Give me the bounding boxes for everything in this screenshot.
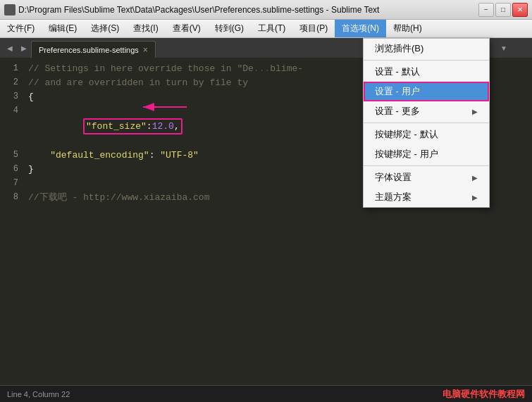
line-number-2: 2	[0, 76, 25, 89]
menu-settings-user[interactable]: 设置 - 用户	[364, 82, 489, 101]
menu-help[interactable]: 帮助(H)	[386, 20, 429, 37]
separator-2	[364, 123, 489, 123]
arrow-annotation	[137, 99, 194, 120]
line-number-1: 1	[0, 62, 25, 75]
menu-bar: 文件(F) 编辑(E) 选择(S) 查找(I) 查看(V) 转到(G) 工具(T…	[0, 20, 532, 38]
menu-project[interactable]: 项目(P)	[292, 20, 335, 37]
tab-close-button[interactable]: ×	[143, 46, 148, 54]
watermark-text: 电脑硬件软件教程网	[443, 388, 525, 401]
menu-find[interactable]: 查找(I)	[126, 20, 165, 37]
tab-nav-right[interactable]: ▶	[17, 38, 31, 58]
line-number-6: 6	[0, 163, 25, 175]
status-bar: Line 4, Column 22 电脑硬件软件教程网	[0, 385, 532, 402]
menu-file[interactable]: 文件(F)	[0, 20, 42, 37]
line-number-3: 3	[0, 90, 25, 103]
preferences-dropdown: 浏览插件(B) 设置 - 默认 设置 - 用户 设置 - 更多 ▶ 按键绑定 -…	[363, 38, 490, 208]
title-bar: D:\Program Files\Sublime Text\Data\Packa…	[0, 0, 532, 20]
tab-preferences[interactable]: Preferences.sublime-settings ×	[31, 41, 156, 58]
line-number-8: 8	[0, 191, 25, 203]
maximize-button[interactable]: □	[495, 3, 511, 17]
menu-tools[interactable]: 工具(T)	[251, 20, 292, 37]
menu-select[interactable]: 选择(S)	[84, 20, 126, 37]
app-icon	[4, 4, 16, 15]
line-number-5: 5	[0, 149, 25, 161]
tab-dropdown-button[interactable]: ▼	[497, 38, 511, 58]
tab-nav-left[interactable]: ◀	[3, 38, 17, 58]
tab-label: Preferences.sublime-settings	[39, 46, 139, 54]
menu-goto[interactable]: 转到(G)	[208, 20, 251, 37]
menu-keybinding-user[interactable]: 按键绑定 - 用户	[364, 144, 489, 164]
menu-keybinding-default[interactable]: 按键绑定 - 默认	[364, 125, 489, 144]
submenu-arrow-theme-icon: ▶	[472, 194, 478, 201]
submenu-arrow-icon: ▶	[472, 108, 478, 115]
menu-browse-plugins[interactable]: 浏览插件(B)	[364, 39, 489, 58]
line-number-4: 4	[0, 104, 25, 117]
menu-settings-default[interactable]: 设置 - 默认	[364, 62, 489, 82]
menu-theme[interactable]: 主题方案 ▶	[364, 187, 489, 207]
status-text: Line 4, Column 22	[7, 390, 70, 398]
highlighted-code: "font_size":12.0,	[83, 118, 183, 135]
submenu-arrow-font-icon: ▶	[472, 174, 478, 182]
menu-font-settings[interactable]: 字体设置 ▶	[364, 168, 489, 187]
separator-3	[364, 165, 489, 166]
close-button[interactable]: ✕	[512, 3, 528, 17]
menu-view[interactable]: 查看(V)	[166, 20, 208, 37]
menu-settings-more[interactable]: 设置 - 更多 ▶	[364, 101, 489, 121]
title-bar-text: D:\Program Files\Sublime Text\Data\Packa…	[18, 5, 476, 15]
window-controls: − □ ✕	[478, 3, 528, 17]
menu-preferences[interactable]: 首选项(N)	[335, 20, 386, 37]
menu-edit[interactable]: 编辑(E)	[42, 20, 84, 37]
line-number-7: 7	[0, 177, 25, 189]
minimize-button[interactable]: −	[478, 3, 494, 17]
separator-1	[364, 60, 489, 61]
